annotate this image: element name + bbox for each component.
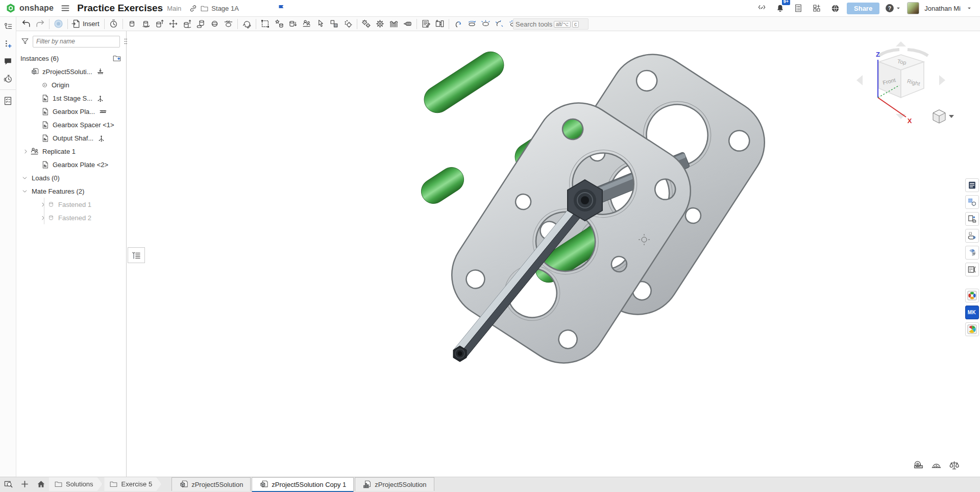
filter-icon[interactable] [20,35,30,48]
filter-input[interactable] [33,36,120,48]
gear-button[interactable] [373,17,387,31]
mass-scale-icon[interactable] [949,460,960,471]
tree-item-replicate-1[interactable]: Replicate 1 [16,145,126,158]
screw-relation-button[interactable] [401,17,414,31]
view-cube[interactable]: Top Front Right Z X [852,35,954,130]
group-parts-button[interactable] [258,17,272,31]
tree-item-mate-features-2[interactable]: Mate Features (2) [16,184,126,198]
redo-button[interactable] [33,17,47,31]
expand-chevron-icon[interactable] [39,215,47,221]
named-positions-button[interactable] [286,17,300,31]
protractor-icon[interactable] [931,460,942,471]
create-folder-icon[interactable] [112,52,122,65]
toolbar-separator [49,19,50,29]
appearance-ring-button[interactable] [479,17,493,31]
configurations-panel-icon[interactable] [965,195,979,209]
segment-wheel-panel-icon[interactable] [965,246,979,260]
workspace-label[interactable]: Main [167,5,181,12]
create-drawing-button[interactable] [433,17,447,31]
transform-rotate-button[interactable] [240,17,254,31]
expand-chevron-icon[interactable] [21,148,30,155]
link-icon[interactable] [186,2,200,15]
rack-and-pinion-button[interactable] [387,17,401,31]
model-viewport[interactable]: Top Front Right Z X [127,31,964,477]
fastened-icon [47,200,55,208]
history-button[interactable] [107,17,120,31]
interference-curve-button[interactable] [451,17,465,31]
version-chip[interactable]: Stage 1A [200,2,239,15]
user-name[interactable]: Jonathan Mi [924,5,961,12]
tool-search[interactable]: alt/⌥c [513,18,589,30]
breadcrumb-exercise-5[interactable]: Exercise 5 [104,477,161,491]
expand-chevron-icon[interactable] [39,201,47,208]
share-button[interactable]: Share [847,3,879,14]
tree-item-loads-0[interactable]: Loads (0) [16,171,126,184]
app-store-icon[interactable] [810,2,823,15]
breadcrumb-solutions[interactable]: Solutions [49,477,102,491]
checklist-icon[interactable] [2,94,15,107]
history-clock-icon[interactable] [2,72,15,85]
tree-item-gearbox-spacer-1[interactable]: Gearbox Spacer <1> [16,118,126,131]
document-tab-zproject5solution[interactable]: zProject5Solution [172,477,251,491]
home-button[interactable] [33,477,49,491]
plus-button[interactable] [16,477,33,491]
comments-icon[interactable] [2,55,15,68]
cylindrical-mate-button[interactable] [180,17,194,31]
insert-button[interactable]: Insert [70,17,102,31]
app-color-cross-icon[interactable] [965,289,979,302]
update-button[interactable] [52,17,65,31]
slider-mate-button[interactable] [153,17,166,31]
help-button[interactable]: ? [885,2,902,15]
revolute-mate-button[interactable] [139,17,153,31]
tree-item-fastened-1[interactable]: Fastened 1 [16,198,126,211]
tree-item-fastened-2[interactable]: Fastened 2 [16,211,126,224]
variables-icon[interactable] [755,2,768,15]
bom-table-panel-icon[interactable] [965,178,979,192]
tree-item-gearbox-pla[interactable]: Gearbox Pla... [16,105,126,118]
learning-center-icon[interactable] [275,2,288,15]
planar-mate-button[interactable] [166,17,180,31]
section-rotate-button[interactable] [465,17,479,31]
tree-item-origin[interactable]: Origin [16,78,126,91]
tree-item-zproject5soluti[interactable]: zProject5Soluti... [16,65,126,78]
replicate-button[interactable] [300,17,313,31]
fastened-mate-button[interactable] [125,17,139,31]
collapse-chevron-icon[interactable] [20,188,29,195]
pattern-button[interactable] [327,17,341,31]
document-tab-zproject5solution[interactable]: zProject5Solution [355,477,434,491]
app-mk-icon[interactable]: MK [965,306,979,319]
notifications-bell-icon[interactable]: 9+ [773,2,787,15]
open-arc-button[interactable] [493,17,506,31]
keyboard-paren-panel-icon[interactable] [965,263,979,276]
tree-item-gearbox-plate-2[interactable]: Gearbox Plate <2> [16,158,126,171]
user-avatar[interactable] [907,2,919,14]
collapse-chevron-icon[interactable] [20,175,29,181]
language-globe-icon[interactable] [828,2,842,15]
tangent-mate-button[interactable] [222,17,235,31]
publication-panel-icon[interactable] [965,212,979,226]
undo-button[interactable] [19,17,33,31]
panel-toggle-button[interactable] [128,247,145,263]
tree-item-output-shaf[interactable]: Output Shaf... [16,131,126,145]
slot-sketch-panel-icon[interactable] [965,229,979,243]
user-caret-down-icon[interactable] [966,5,973,12]
document-tab-zproject5solution-copy-1[interactable]: zProject5Solution Copy 1 [252,477,354,492]
snap-mode-button[interactable] [313,17,327,31]
tree-item-1st-stage-s[interactable]: 1st Stage S... [16,91,126,105]
search-preview-button[interactable] [0,477,16,491]
view-options-cube-icon[interactable] [933,110,954,123]
gearbox-assembly-model[interactable] [127,31,964,477]
tape-measure-icon[interactable] [913,460,924,471]
mate-connector-button[interactable] [272,17,286,31]
tool-search-input[interactable] [516,20,552,28]
follow-mode-icon[interactable] [2,37,15,51]
app-color-wheel-icon[interactable] [965,322,979,336]
ball-mate-button[interactable] [208,17,222,31]
main-menu-icon[interactable] [59,2,72,15]
tasks-icon[interactable] [792,2,805,15]
exploded-view-button[interactable] [341,17,355,31]
bill-of-materials-button[interactable] [419,17,433,31]
pin-slot-mate-button[interactable] [194,17,208,31]
gear-relation-button[interactable] [359,17,373,31]
feature-list-icon[interactable] [2,20,15,33]
